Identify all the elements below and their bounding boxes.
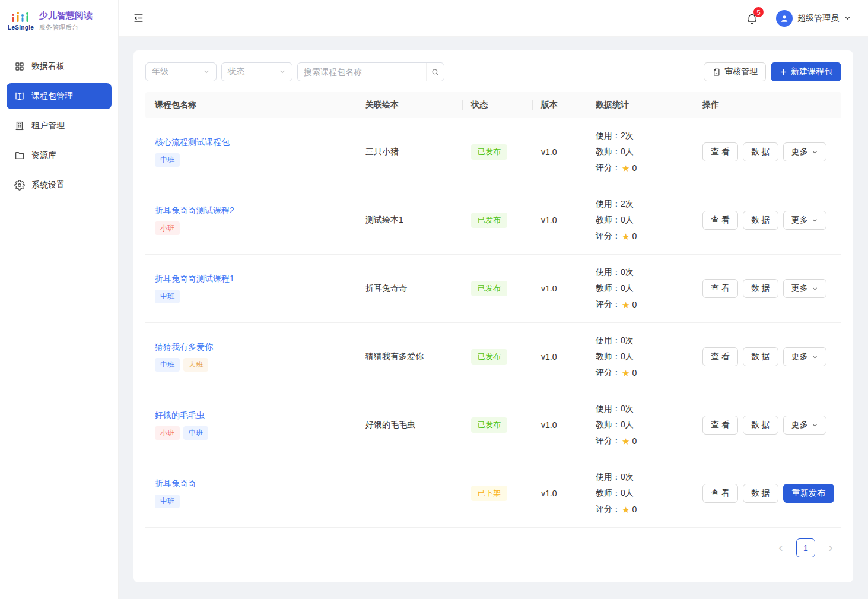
stats-cell: 使用：0次 教师：0人 评分：★0 [596,472,702,515]
version-cell: v1.0 [541,147,596,157]
grade-select[interactable]: 年级 [145,62,217,81]
stats-cell: 使用：0次 教师：0人 评分：★0 [596,335,702,378]
more-label: 更多 [791,283,808,294]
view-button[interactable]: 查 看 [702,484,738,503]
sidebar-item-label: 课程包管理 [31,91,73,102]
row-actions: 查 看数 据更多 [702,416,841,435]
data-button[interactable]: 数 据 [743,279,778,298]
data-button[interactable]: 数 据 [743,484,778,503]
usage-value: 0次 [621,404,634,414]
teacher-stat: 教师：0人 [596,420,702,430]
star-icon: ★ [622,369,629,378]
book-cell: 猜猜我有多爱你 [365,351,471,362]
rating-label: 评分： [596,504,621,515]
sidebar-item-course-packages[interactable]: 课程包管理 [7,83,112,109]
sidebar-item-dashboard[interactable]: 数据看板 [7,53,112,80]
package-name-link[interactable]: 折耳兔奇奇 [155,478,196,489]
col-version: 版本 [541,100,596,110]
usage-stat: 使用：0次 [596,404,702,414]
more-button[interactable]: 更多 [783,416,826,435]
sidebar-collapse-button[interactable] [133,12,144,24]
user-name: 超级管理员 [797,13,839,24]
stats-cell: 使用：0次 教师：0人 评分：★0 [596,267,702,310]
rating-value: 0 [632,163,637,173]
chevron-down-icon [844,14,851,22]
usage-stat: 使用：0次 [596,267,702,278]
grade-select-value: 年级 [152,66,168,77]
search-input[interactable] [298,67,426,77]
pagination: ‹ 1 › [145,528,841,569]
rating-stat: 评分：★0 [596,231,702,242]
package-name-cell: 折耳兔奇奇测试课程2 小班 [155,205,365,235]
table-header: 课程包名称 关联绘本 状态 版本 数据统计 操作 [145,92,841,118]
view-button[interactable]: 查 看 [702,279,738,298]
stats-cell: 使用：2次 教师：0人 评分：★0 [596,131,702,173]
rating-value: 0 [632,436,637,446]
app-title: 少儿智慧阅读 [39,10,93,21]
star-icon: ★ [622,164,629,173]
view-button[interactable]: 查 看 [702,347,738,366]
view-button[interactable]: 查 看 [702,142,738,161]
page-1-button[interactable]: 1 [796,538,815,557]
more-button[interactable]: 更多 [783,142,826,161]
search-icon [431,68,440,77]
status-cell: 已发布 [471,144,541,160]
tag-list: 小班 [155,221,180,235]
building-icon [14,121,25,131]
book-cell: 测试绘本1 [365,215,471,226]
view-button[interactable]: 查 看 [702,211,738,230]
content-area: 年级 状态 [119,37,868,599]
more-button[interactable]: 更多 [783,279,826,298]
menu-fold-icon [133,12,144,24]
view-button[interactable]: 查 看 [702,416,738,435]
user-menu[interactable]: 超级管理员 [776,10,851,27]
status-cell: 已下架 [471,486,541,501]
sidebar-item-settings[interactable]: 系统设置 [7,172,112,198]
data-button[interactable]: 数 据 [743,211,778,230]
status-badge: 已发布 [471,417,507,433]
teacher-value: 0人 [621,420,634,430]
sidebar-item-label: 数据看板 [31,61,65,72]
usage-value: 0次 [621,335,634,346]
rating-label: 评分： [596,436,621,446]
search-box [297,62,444,81]
package-name-link[interactable]: 猜猜我有多爱你 [155,342,213,353]
notifications-button[interactable]: 5 [746,12,758,24]
data-button[interactable]: 数 据 [743,347,778,366]
create-package-button[interactable]: 新建课程包 [771,62,841,81]
prev-page-button[interactable]: ‹ [771,538,790,557]
data-button[interactable]: 数 据 [743,142,778,161]
teacher-label: 教师： [596,147,621,157]
sidebar-item-label: 租户管理 [31,121,65,131]
next-page-button[interactable]: › [821,538,840,557]
data-button[interactable]: 数 据 [743,416,778,435]
topbar-right: 5 超级管理员 [746,10,851,27]
review-management-button[interactable]: 审核管理 [704,62,766,81]
col-stats: 数据统计 [596,100,702,110]
rating-label: 评分： [596,163,621,173]
package-name-link[interactable]: 核心流程测试课程包 [155,137,230,148]
package-name-link[interactable]: 折耳兔奇奇测试课程1 [155,274,234,284]
republish-button[interactable]: 重新发布 [783,484,834,503]
rating-value: 0 [632,232,637,241]
more-label: 更多 [791,147,808,157]
search-button[interactable] [426,63,444,81]
more-label: 更多 [791,351,808,362]
tag-list: 中班 [155,495,180,508]
package-name-link[interactable]: 折耳兔奇奇测试课程2 [155,205,234,216]
usage-stat: 使用：0次 [596,472,702,483]
teacher-value: 0人 [621,488,634,499]
chevron-down-icon [203,68,210,75]
table-row: 折耳兔奇奇 中班 已下架 v1.0 使用：0次 教师：0人 评分：★0 查 看数… [145,459,841,528]
col-book: 关联绘本 [365,100,471,110]
sidebar-item-tenants[interactable]: 租户管理 [7,113,112,139]
status-select-value: 状态 [228,66,244,77]
status-select[interactable]: 状态 [221,62,292,81]
app-subtitle: 服务管理后台 [39,23,93,32]
package-name-link[interactable]: 好饿的毛毛虫 [155,410,205,421]
sidebar-item-resources[interactable]: 资源库 [7,142,112,169]
more-button[interactable]: 更多 [783,347,826,366]
more-button[interactable]: 更多 [783,211,826,230]
rating-stat: 评分：★0 [596,367,702,378]
table-row: 好饿的毛毛虫 小班中班 好饿的毛毛虫 已发布 v1.0 使用：0次 教师：0人 … [145,391,841,459]
